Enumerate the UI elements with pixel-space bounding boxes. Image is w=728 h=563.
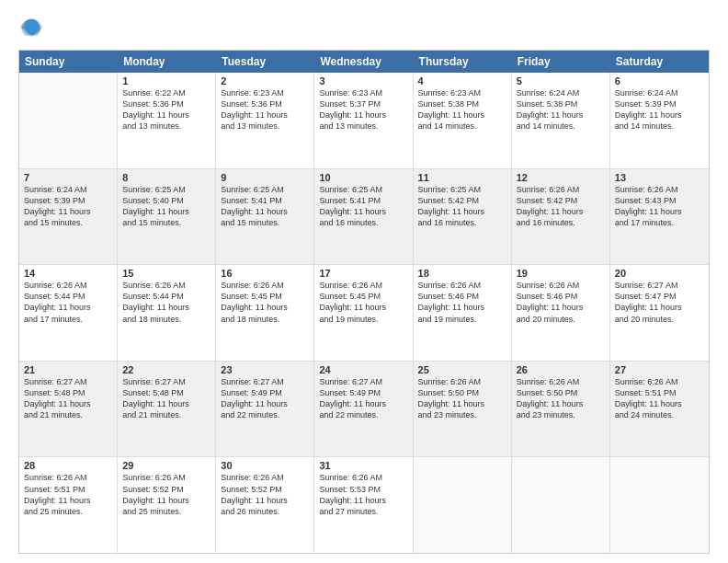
cell-info-line: Daylight: 11 hours xyxy=(418,302,506,313)
day-number: 30 xyxy=(221,460,309,471)
calendar: SundayMondayTuesdayWednesdayThursdayFrid… xyxy=(18,50,710,554)
page: SundayMondayTuesdayWednesdayThursdayFrid… xyxy=(0,0,728,563)
logo xyxy=(18,15,48,40)
cell-info-line: Sunrise: 6:26 AM xyxy=(319,280,407,291)
cell-info-line: and 18 minutes. xyxy=(122,314,210,325)
cell-info-line: and 22 minutes. xyxy=(319,409,407,420)
cell-info-line: and 21 minutes. xyxy=(24,409,112,420)
cell-info-line: Sunset: 5:48 PM xyxy=(24,387,112,398)
cell-info-line: Sunset: 5:44 PM xyxy=(122,291,210,302)
day-number: 3 xyxy=(319,75,407,86)
cell-info-line: Sunset: 5:44 PM xyxy=(24,291,112,302)
cell-info-line: Sunrise: 6:23 AM xyxy=(418,87,506,98)
day-number: 6 xyxy=(615,75,704,86)
cal-cell xyxy=(512,457,610,553)
cell-info-line: Sunset: 5:49 PM xyxy=(221,387,309,398)
cal-cell: 9Sunrise: 6:25 AMSunset: 5:41 PMDaylight… xyxy=(216,169,314,265)
day-number: 18 xyxy=(418,268,506,279)
day-number: 21 xyxy=(24,364,112,375)
day-number: 16 xyxy=(221,268,309,279)
cell-info-line: Daylight: 11 hours xyxy=(615,302,704,313)
day-number: 27 xyxy=(615,364,704,375)
cell-info-line: Sunset: 5:51 PM xyxy=(615,387,704,398)
cell-info-line: Sunrise: 6:26 AM xyxy=(615,184,704,195)
cell-info-line: Daylight: 11 hours xyxy=(517,109,605,121)
cell-info-line: and 27 minutes. xyxy=(319,506,407,517)
cal-cell: 11Sunrise: 6:25 AMSunset: 5:42 PMDayligh… xyxy=(414,169,512,265)
cell-info-line: Sunset: 5:36 PM xyxy=(221,98,309,109)
cell-info-line: Sunset: 5:50 PM xyxy=(418,387,506,398)
cal-cell: 21Sunrise: 6:27 AMSunset: 5:48 PMDayligh… xyxy=(19,362,118,457)
cell-info-line: Daylight: 11 hours xyxy=(221,109,309,121)
cell-info-line: Sunset: 5:40 PM xyxy=(122,195,210,206)
day-number: 20 xyxy=(615,268,704,279)
cell-info-line: and 18 minutes. xyxy=(221,314,309,325)
cal-cell xyxy=(414,457,512,553)
cell-info-line: Sunrise: 6:23 AM xyxy=(221,87,309,98)
cell-info-line: Sunset: 5:45 PM xyxy=(221,291,309,302)
cell-info-line: Sunrise: 6:27 AM xyxy=(319,376,407,387)
cell-info-line: Daylight: 11 hours xyxy=(517,398,605,409)
cal-cell xyxy=(19,73,118,168)
cell-info-line: Sunrise: 6:27 AM xyxy=(221,376,309,387)
cell-info-line: Sunset: 5:48 PM xyxy=(122,387,210,398)
cell-info-line: Daylight: 11 hours xyxy=(615,206,704,217)
header-day-monday: Monday xyxy=(118,51,216,73)
cal-cell: 17Sunrise: 6:26 AMSunset: 5:45 PMDayligh… xyxy=(314,265,413,361)
cell-info-line: Sunrise: 6:27 AM xyxy=(24,376,112,387)
day-number: 5 xyxy=(517,75,605,86)
cell-info-line: Sunrise: 6:26 AM xyxy=(615,376,704,387)
cal-cell: 26Sunrise: 6:26 AMSunset: 5:50 PMDayligh… xyxy=(512,362,610,457)
cell-info-line: Sunrise: 6:26 AM xyxy=(221,472,309,483)
cell-info-line: and 19 minutes. xyxy=(418,314,506,325)
cell-info-line: and 21 minutes. xyxy=(122,409,210,420)
cell-info-line: Sunrise: 6:25 AM xyxy=(418,184,506,195)
day-number: 13 xyxy=(615,172,704,183)
cell-info-line: Daylight: 11 hours xyxy=(221,398,309,409)
cal-week-5: 28Sunrise: 6:26 AMSunset: 5:51 PMDayligh… xyxy=(19,457,709,553)
day-number: 1 xyxy=(122,75,210,86)
header-day-sunday: Sunday xyxy=(19,51,118,73)
cell-info-line: Sunrise: 6:26 AM xyxy=(122,472,210,483)
cell-info-line: and 26 minutes. xyxy=(221,506,309,517)
cal-cell: 8Sunrise: 6:25 AMSunset: 5:40 PMDaylight… xyxy=(118,169,216,265)
cell-info-line: Sunrise: 6:23 AM xyxy=(319,87,407,98)
cell-info-line: Sunrise: 6:24 AM xyxy=(615,87,704,98)
cell-info-line: and 14 minutes. xyxy=(615,121,704,132)
cell-info-line: Sunset: 5:46 PM xyxy=(418,291,506,302)
cell-info-line: and 20 minutes. xyxy=(517,314,605,325)
cell-info-line: Sunrise: 6:26 AM xyxy=(24,472,112,483)
cal-week-3: 14Sunrise: 6:26 AMSunset: 5:44 PMDayligh… xyxy=(19,265,709,362)
cell-info-line: Sunset: 5:49 PM xyxy=(319,387,407,398)
cal-cell: 27Sunrise: 6:26 AMSunset: 5:51 PMDayligh… xyxy=(610,362,709,457)
cell-info-line: and 16 minutes. xyxy=(418,217,506,228)
day-number: 8 xyxy=(122,172,210,183)
day-number: 4 xyxy=(418,75,506,86)
cell-info-line: Daylight: 11 hours xyxy=(122,302,210,313)
day-number: 9 xyxy=(221,172,309,183)
cell-info-line: and 13 minutes. xyxy=(319,121,407,132)
cell-info-line: and 24 minutes. xyxy=(615,409,704,420)
cal-cell: 12Sunrise: 6:26 AMSunset: 5:42 PMDayligh… xyxy=(512,169,610,265)
cell-info-line: Daylight: 11 hours xyxy=(517,302,605,313)
day-number: 25 xyxy=(418,364,506,375)
day-number: 10 xyxy=(319,172,407,183)
day-number: 15 xyxy=(122,268,210,279)
day-number: 2 xyxy=(221,75,309,86)
cell-info-line: Sunrise: 6:26 AM xyxy=(517,376,605,387)
day-number: 29 xyxy=(122,460,210,471)
cell-info-line: and 13 minutes. xyxy=(221,121,309,132)
cell-info-line: Daylight: 11 hours xyxy=(517,206,605,217)
cell-info-line: Sunset: 5:52 PM xyxy=(221,484,309,495)
cal-cell: 3Sunrise: 6:23 AMSunset: 5:37 PMDaylight… xyxy=(314,73,413,168)
day-number: 31 xyxy=(319,460,407,471)
cell-info-line: Sunrise: 6:24 AM xyxy=(517,87,605,98)
cell-info-line: and 16 minutes. xyxy=(319,217,407,228)
cal-cell: 25Sunrise: 6:26 AMSunset: 5:50 PMDayligh… xyxy=(414,362,512,457)
cell-info-line: Sunrise: 6:26 AM xyxy=(122,280,210,291)
day-number: 17 xyxy=(319,268,407,279)
cal-cell: 18Sunrise: 6:26 AMSunset: 5:46 PMDayligh… xyxy=(414,265,512,361)
cal-cell: 13Sunrise: 6:26 AMSunset: 5:43 PMDayligh… xyxy=(610,169,709,265)
day-number: 26 xyxy=(517,364,605,375)
cell-info-line: Daylight: 11 hours xyxy=(122,495,210,506)
